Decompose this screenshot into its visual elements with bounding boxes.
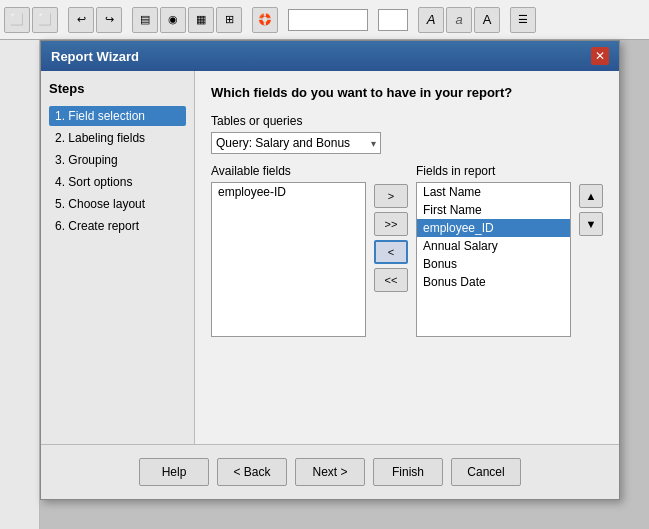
main-area: Report Wizard ✕ Steps 1. Field selection… — [0, 40, 649, 529]
steps-panel: Steps 1. Field selection 2. Labeling fie… — [41, 71, 195, 444]
list-item[interactable]: Last Name — [417, 183, 570, 201]
transfer-buttons: > >> < << — [374, 164, 408, 292]
list-item[interactable]: Bonus — [417, 255, 570, 273]
step-sort-options[interactable]: 4. Sort options — [49, 172, 186, 192]
toolbar-btn-4[interactable]: ◉ — [160, 7, 186, 33]
dialog-title: Report Wizard — [51, 49, 139, 64]
toolbar-btn-1[interactable]: ⬜ — [4, 7, 30, 33]
report-fields-col: Fields in report Last Name First Name em… — [416, 164, 571, 337]
available-fields-label: Available fields — [211, 164, 366, 178]
available-fields-listbox[interactable]: employee-ID — [211, 182, 366, 337]
tables-dropdown[interactable]: Query: Salary and Bonus ▾ — [211, 132, 381, 154]
move-down-button[interactable]: ▼ — [579, 212, 603, 236]
order-buttons: ▲ ▼ — [579, 164, 603, 236]
help-button[interactable]: Help — [139, 458, 209, 486]
back-button[interactable]: < Back — [217, 458, 287, 486]
toolbar-font-a2[interactable]: a — [446, 7, 472, 33]
tables-value: Query: Salary and Bonus — [216, 136, 350, 150]
toolbar-btn-3[interactable]: ▤ — [132, 7, 158, 33]
toolbar-textbox[interactable] — [288, 9, 368, 31]
left-panel — [0, 40, 40, 529]
content-title: Which fields do you want to have in your… — [211, 85, 603, 100]
tables-section: Tables or queries Query: Salary and Bonu… — [211, 114, 603, 154]
list-item[interactable]: employee_ID — [417, 219, 570, 237]
cancel-button[interactable]: Cancel — [451, 458, 521, 486]
toolbar-font-a1[interactable]: A — [418, 7, 444, 33]
toolbar-btn-6[interactable]: ⊞ — [216, 7, 242, 33]
dialog-body: Steps 1. Field selection 2. Labeling fie… — [41, 71, 619, 444]
step-labeling-fields[interactable]: 2. Labeling fields — [49, 128, 186, 148]
add-one-button[interactable]: > — [374, 184, 408, 208]
list-item[interactable]: First Name — [417, 201, 570, 219]
move-up-button[interactable]: ▲ — [579, 184, 603, 208]
list-item[interactable]: Annual Salary — [417, 237, 570, 255]
dropdown-arrow-icon: ▾ — [371, 138, 376, 149]
step-choose-layout[interactable]: 5. Choose layout — [49, 194, 186, 214]
report-fields-label: Fields in report — [416, 164, 571, 178]
toolbar-redo[interactable]: ↪ — [96, 7, 122, 33]
toolbar-numbox[interactable]: 2 — [378, 9, 408, 31]
remove-all-button[interactable]: << — [374, 268, 408, 292]
step-create-report[interactable]: 6. Create report — [49, 216, 186, 236]
dialog-close-button[interactable]: ✕ — [591, 47, 609, 65]
finish-button[interactable]: Finish — [373, 458, 443, 486]
toolbar-btn-2[interactable]: ⬜ — [32, 7, 58, 33]
list-item[interactable]: Bonus Date — [417, 273, 570, 291]
list-item[interactable]: employee-ID — [212, 183, 365, 201]
toolbar-btn-5[interactable]: ▦ — [188, 7, 214, 33]
toolbar-font-a3[interactable]: A — [474, 7, 500, 33]
tables-label: Tables or queries — [211, 114, 603, 128]
toolbar-menu[interactable]: ☰ — [510, 7, 536, 33]
report-fields-listbox[interactable]: Last Name First Name employee_ID Annual … — [416, 182, 571, 337]
available-fields-col: Available fields employee-ID — [211, 164, 366, 337]
fields-row: Available fields employee-ID > >> < << — [211, 164, 603, 430]
step-field-selection[interactable]: 1. Field selection — [49, 106, 186, 126]
toolbar: ⬜ ⬜ ↩ ↪ ▤ ◉ ▦ ⊞ 🛟 2 A a A ☰ — [0, 0, 649, 40]
remove-one-button[interactable]: < — [374, 240, 408, 264]
add-all-button[interactable]: >> — [374, 212, 408, 236]
step-grouping[interactable]: 3. Grouping — [49, 150, 186, 170]
steps-title: Steps — [49, 81, 186, 96]
dialog-footer: Help < Back Next > Finish Cancel — [41, 444, 619, 499]
report-wizard-dialog: Report Wizard ✕ Steps 1. Field selection… — [40, 40, 620, 500]
toolbar-help[interactable]: 🛟 — [252, 7, 278, 33]
dialog-titlebar: Report Wizard ✕ — [41, 41, 619, 71]
toolbar-undo[interactable]: ↩ — [68, 7, 94, 33]
next-button[interactable]: Next > — [295, 458, 365, 486]
content-panel: Which fields do you want to have in your… — [195, 71, 619, 444]
